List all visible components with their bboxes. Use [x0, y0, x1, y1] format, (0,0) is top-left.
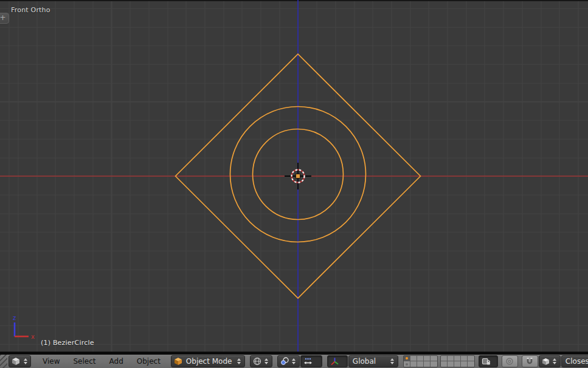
view-orientation-label: Front Ortho	[11, 6, 50, 14]
interaction-mode-dropdown[interactable]: Object Mode	[171, 355, 245, 367]
spinner-arrows-icon	[264, 357, 269, 366]
area-corner-grip[interactable]	[0, 355, 7, 368]
layer-cell-g2-r2-c4[interactable]	[461, 361, 468, 367]
spinner-arrows-icon	[552, 357, 558, 366]
snap-volume-cube-icon	[542, 358, 550, 366]
menu-object[interactable]: Object	[130, 355, 167, 368]
layer-cell-g1-r1-c2[interactable]	[410, 356, 417, 361]
expand-region-button[interactable]: +	[0, 13, 9, 24]
proportional-editing-dropdown[interactable]	[502, 355, 518, 367]
axis-tripod-icon	[330, 357, 339, 366]
layers-widget-group-1	[403, 355, 438, 367]
viewport-header: View Select Add Object Object Mode	[0, 355, 588, 368]
gizmo-x-label: x	[31, 333, 35, 340]
scene-lock-icon	[482, 357, 491, 366]
layer-cell-g2-r1-c5[interactable]	[468, 356, 474, 361]
spinner-arrows-icon	[291, 357, 297, 366]
layer-cell-g2-r1-c2[interactable]	[448, 356, 454, 361]
layer-cell-g2-r2-c1[interactable]	[441, 361, 448, 367]
transform-orientation-dropdown[interactable]: Global	[348, 355, 398, 367]
manipulate-center-points-toggle[interactable]	[300, 355, 322, 367]
layer-cell-g1-r1-c5[interactable]	[431, 356, 437, 361]
snap-target-dropdown[interactable]: Closest	[561, 355, 588, 367]
menu-select[interactable]: Select	[66, 355, 102, 368]
layer-cell-g1-r2-c1[interactable]	[404, 361, 410, 367]
active-object-info-label: (1) BezierCircle	[41, 339, 94, 347]
shading-sphere-icon	[253, 357, 261, 366]
orientation-value: Global	[351, 357, 387, 366]
menu-add[interactable]: Add	[103, 355, 130, 368]
layer-cell-g1-r1-c4[interactable]	[424, 356, 431, 361]
snap-toggle[interactable]	[522, 355, 538, 367]
layer-cell-g1-r2-c4[interactable]	[424, 361, 431, 367]
pivot-median-icon	[280, 357, 289, 366]
layer-cell-g2-r1-c3[interactable]	[454, 356, 461, 361]
layers-widget-group-2	[440, 355, 475, 367]
spinner-arrows-icon	[22, 357, 28, 366]
mini-axis-gizmo: z x	[13, 315, 35, 340]
layer-cell-g2-r1-c4[interactable]	[461, 356, 468, 361]
active-layer-dot	[406, 357, 408, 359]
editor-3d-view-icon	[12, 357, 20, 366]
layer-cell-g1-r2-c3[interactable]	[417, 361, 424, 367]
editor-type-selector[interactable]	[9, 355, 31, 367]
layer-cell-g1-r2-c5[interactable]	[431, 361, 437, 367]
menu-view[interactable]: View	[36, 355, 66, 368]
3d-cursor	[285, 163, 311, 189]
pivot-point-dropdown[interactable]	[277, 355, 300, 367]
layer-cell-g1-r1-c1[interactable]	[404, 356, 410, 361]
proportional-circle-icon	[505, 357, 514, 366]
mode-dropdown-value: Object Mode	[185, 357, 234, 366]
object-origin-point	[296, 174, 300, 179]
spinner-arrows-icon	[390, 357, 395, 366]
object-mode-cube-icon	[174, 357, 182, 366]
gizmo-z-label: z	[13, 315, 16, 321]
layer-cell-g1-r2-c2[interactable]	[410, 361, 417, 367]
snap-target-value: Closest	[564, 357, 588, 366]
layer-object-dot	[406, 363, 408, 366]
viewport-3d[interactable]: z x Front Ortho (1) BezierCircle +	[0, 0, 588, 352]
layer-cell-g2-r2-c2[interactable]	[448, 361, 454, 367]
snap-element-dropdown[interactable]	[539, 355, 561, 367]
spinner-arrows-icon	[237, 357, 242, 366]
center-points-arrow-icon	[303, 357, 313, 366]
scene-canvas: z x	[0, 0, 588, 352]
lock-to-scene-toggle[interactable]	[479, 355, 498, 367]
layer-cell-g1-r1-c3[interactable]	[417, 356, 424, 361]
transform-manipulator-toggle[interactable]	[327, 355, 348, 367]
layer-cell-g2-r2-c3[interactable]	[454, 361, 461, 367]
layer-cell-g2-r2-c5[interactable]	[468, 361, 474, 367]
viewport-shading-dropdown[interactable]	[250, 355, 272, 367]
layer-cell-g2-r1-c1[interactable]	[441, 356, 448, 361]
magnet-icon	[525, 357, 534, 366]
